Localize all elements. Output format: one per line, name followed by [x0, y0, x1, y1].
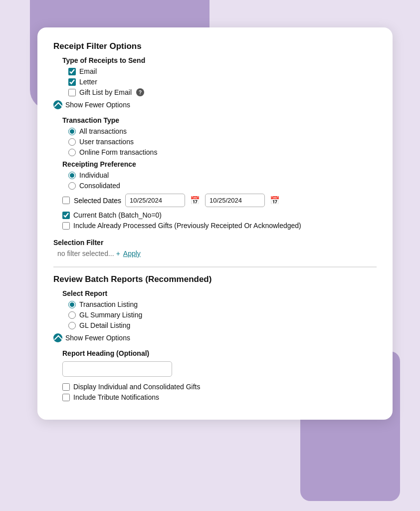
- include-tribute-checkbox[interactable]: [62, 394, 70, 401]
- gl-summary-radio[interactable]: [68, 311, 76, 319]
- apply-link[interactable]: Apply: [123, 250, 141, 257]
- user-transactions-row[interactable]: User transactions: [68, 138, 377, 146]
- include-tribute-row[interactable]: Include Tribute Notifications: [62, 393, 377, 401]
- current-batch-checkbox[interactable]: [62, 212, 70, 219]
- online-form-transactions-row[interactable]: Online Form transactions: [68, 148, 377, 156]
- chevron-up-icon: [53, 100, 62, 109]
- calendar-button-1[interactable]: 📅: [189, 195, 201, 206]
- email-checkbox-row[interactable]: Email: [68, 67, 377, 75]
- selected-dates-row: Selected Dates 📅 📅: [62, 194, 377, 207]
- chevron-up-reports-icon: [53, 333, 62, 342]
- date-input-1[interactable]: [125, 194, 185, 207]
- current-batch-row[interactable]: Current Batch (Batch_No=0): [62, 211, 377, 219]
- show-fewer-reports-row[interactable]: Show Fewer Options: [53, 333, 377, 342]
- letter-checkbox-row[interactable]: Letter: [68, 78, 377, 86]
- include-processed-row[interactable]: Include Already Processed Gifts (Previou…: [62, 222, 377, 230]
- display-individual-checkbox[interactable]: [62, 383, 70, 391]
- include-processed-label: Include Already Processed Gifts (Previou…: [73, 222, 301, 230]
- gift-list-label: Gift List by Email: [79, 88, 132, 96]
- gift-list-row: Gift List by Email ?: [68, 88, 377, 96]
- gl-detail-radio[interactable]: [68, 322, 76, 329]
- transaction-type-label: Transaction Type: [62, 116, 377, 124]
- gift-list-help-icon[interactable]: ?: [136, 88, 144, 96]
- display-individual-row[interactable]: Display Individual and Consolidated Gift…: [62, 383, 377, 391]
- all-transactions-row[interactable]: All transactions: [68, 127, 377, 135]
- review-batch-title: Review Batch Reports (Recommended): [53, 274, 377, 284]
- letter-checkbox[interactable]: [68, 78, 76, 86]
- selected-dates-label: Selected Dates: [74, 197, 121, 205]
- transaction-listing-radio[interactable]: [68, 301, 76, 308]
- section-divider: [53, 266, 377, 267]
- online-form-radio[interactable]: [68, 149, 76, 156]
- report-heading-input[interactable]: [62, 361, 172, 377]
- apply-icon: +: [116, 250, 120, 257]
- letter-label: Letter: [79, 78, 97, 86]
- show-fewer-reports-label: Show Fewer Options: [65, 334, 130, 342]
- all-transactions-label: All transactions: [79, 127, 127, 135]
- consolidated-row[interactable]: Consolidated: [68, 182, 377, 190]
- transaction-listing-label: Transaction Listing: [79, 300, 138, 308]
- main-card: Receipt Filter Options Type of Receipts …: [37, 27, 393, 420]
- date-input-2[interactable]: [205, 194, 265, 207]
- gl-summary-label: GL Summary Listing: [79, 311, 142, 319]
- selected-dates-checkbox[interactable]: [62, 197, 70, 204]
- selection-filter-title: Selection Filter: [53, 239, 377, 247]
- user-transactions-radio[interactable]: [68, 138, 76, 146]
- transaction-listing-row[interactable]: Transaction Listing: [68, 300, 377, 308]
- selection-filter-section: Selection Filter no filter selected... +…: [53, 239, 377, 257]
- individual-label: Individual: [79, 171, 109, 179]
- show-fewer-label: Show Fewer Options: [65, 101, 130, 109]
- gl-detail-label: GL Detail Listing: [79, 321, 130, 329]
- individual-radio[interactable]: [68, 172, 76, 179]
- current-batch-label: Current Batch (Batch_No=0): [73, 211, 162, 219]
- all-transactions-radio[interactable]: [68, 128, 76, 135]
- include-processed-checkbox[interactable]: [62, 222, 70, 230]
- consolidated-radio[interactable]: [68, 182, 76, 190]
- include-tribute-label: Include Tribute Notifications: [73, 393, 159, 401]
- receipt-filter-title: Receipt Filter Options: [53, 41, 377, 51]
- gl-summary-row[interactable]: GL Summary Listing: [68, 311, 377, 319]
- filter-placeholder-text: no filter selected...: [57, 250, 114, 257]
- type-of-receipts-label: Type of Receipts to Send: [62, 56, 377, 64]
- gl-detail-row[interactable]: GL Detail Listing: [68, 321, 377, 329]
- select-report-label: Select Report: [62, 289, 377, 297]
- online-form-label: Online Form transactions: [79, 148, 157, 156]
- email-label: Email: [79, 67, 97, 75]
- calendar-button-2[interactable]: 📅: [269, 195, 281, 206]
- gift-list-checkbox[interactable]: [68, 89, 76, 96]
- show-fewer-options-row[interactable]: Show Fewer Options: [53, 100, 377, 109]
- consolidated-label: Consolidated: [79, 182, 120, 190]
- user-transactions-label: User transactions: [79, 138, 134, 146]
- receipting-preference-label: Receipting Preference: [62, 160, 377, 168]
- email-checkbox[interactable]: [68, 68, 76, 75]
- individual-row[interactable]: Individual: [68, 171, 377, 179]
- report-heading-label: Report Heading (Optional): [62, 349, 377, 357]
- display-individual-label: Display Individual and Consolidated Gift…: [73, 383, 200, 391]
